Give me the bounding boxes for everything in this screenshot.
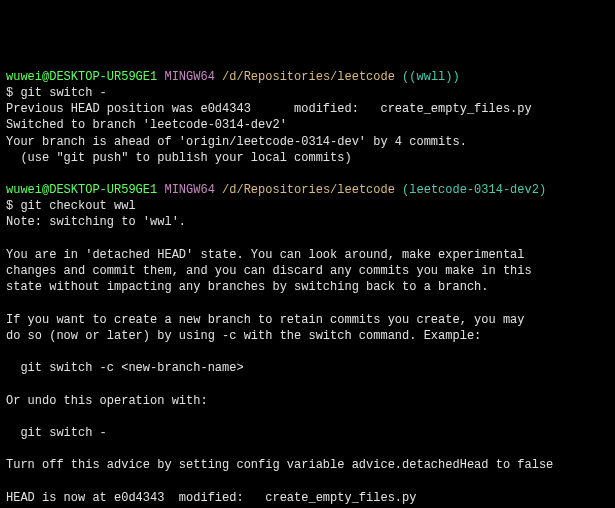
command-line[interactable]: $ git checkout wwl [6,198,609,214]
command-text: $ git switch - [6,86,107,100]
output-line: Or undo this operation with: [6,393,609,409]
prompt-path: /d/Repositories/leetcode [222,70,395,84]
output-line: HEAD is now at e0d4343 modified: create_… [6,490,609,506]
output-line: Switched to branch 'leetcode-0314-dev2' [6,117,609,133]
prompt-branch: ((wwll)) [402,70,460,84]
prompt-line: wuwei@DESKTOP-UR59GE1 MINGW64 /d/Reposit… [6,69,609,85]
output-line [6,344,609,360]
output-line [6,441,609,457]
output-line: state without impacting any branches by … [6,279,609,295]
prompt-system: MINGW64 [164,70,214,84]
prompt-user-host: wuwei@DESKTOP-UR59GE1 [6,70,157,84]
prompt-path: /d/Repositories/leetcode [222,183,395,197]
output-line [6,295,609,311]
prompt-user-host: wuwei@DESKTOP-UR59GE1 [6,183,157,197]
output-line [6,409,609,425]
output-line: (use "git push" to publish your local co… [6,150,609,166]
output-line: If you want to create a new branch to re… [6,312,609,328]
output-line [6,376,609,392]
command-line[interactable]: $ git switch - [6,85,609,101]
output-line: Note: switching to 'wwl'. [6,214,609,230]
output-line: git switch - [6,425,609,441]
command-text: $ git checkout wwl [6,199,136,213]
prompt-line: wuwei@DESKTOP-UR59GE1 MINGW64 /d/Reposit… [6,182,609,198]
output-line [6,231,609,247]
output-line: git switch -c <new-branch-name> [6,360,609,376]
output-line: You are in 'detached HEAD' state. You ca… [6,247,609,263]
output-line: Turn off this advice by setting config v… [6,457,609,473]
output-line: Your branch is ahead of 'origin/leetcode… [6,134,609,150]
terminal-window[interactable]: wuwei@DESKTOP-UR59GE1 MINGW64 /d/Reposit… [6,69,609,508]
prompt-branch: (leetcode-0314-dev2) [402,183,546,197]
output-line: Previous HEAD position was e0d4343 modif… [6,101,609,117]
output-line [6,473,609,489]
prompt-system: MINGW64 [164,183,214,197]
blank-line [6,166,609,182]
output-line: do so (now or later) by using -c with th… [6,328,609,344]
output-line: changes and commit them, and you can dis… [6,263,609,279]
